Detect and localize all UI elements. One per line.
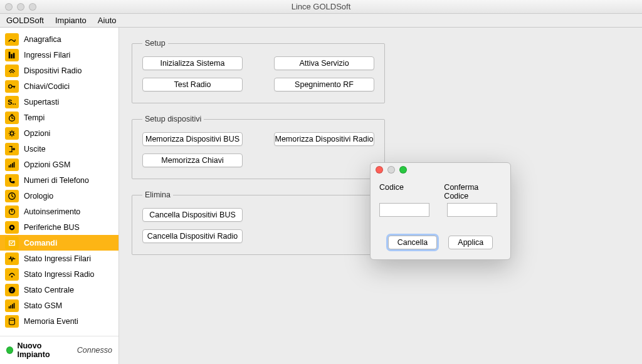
dialog-apply-button[interactable]: Applica [448,236,493,249]
dialog-zoom-icon[interactable] [399,166,407,174]
periferiche-bus-icon [5,221,19,234]
group-setup-dispositivi-legend: Setup dispositivi [142,115,204,123]
svg-point-3 [9,85,12,88]
svg-rect-18 [9,306,10,308]
autoinserimento-icon [5,205,19,218]
sidebar-item-tempi[interactable]: Tempi [0,110,118,125]
sidebar-item-orologio[interactable]: Orologio [0,188,118,204]
sidebar-item-anagrafica[interactable]: Anagrafica [0,31,118,47]
sidebar-item-label: Anagrafica [24,35,61,44]
menu-bar: GOLDSoft Impianto Aiuto [0,14,642,28]
sidebar-item-opzioni-gsm[interactable]: Opzioni GSM [0,157,118,172]
group-elimina: Elimina Cancella Dispositivi BUS Cancell… [132,190,382,255]
sidebar-item-label: Chiavi/Codici [24,82,70,91]
group-elimina-legend: Elimina [142,190,173,199]
sidebar-item-dispositivi-radio[interactable]: Dispositivi Radio [0,63,118,78]
sidebar-item-uscite[interactable]: Uscite [0,141,118,157]
btn-memorizza-chiavi[interactable]: Memorizza Chiavi [142,153,243,167]
code-dialog: Codice Conferma Codice Cancella Applica [370,162,511,260]
sidebar-item-label: Memoria Eventi [24,317,78,326]
sidebar-item-label: Dispositivi Radio [24,66,82,75]
opzioni-gsm-icon [5,159,19,171]
comandi-icon [5,237,19,249]
chiavi-codici-icon [5,80,19,93]
sidebar-item-label: Periferiche BUS [24,223,80,232]
svg-rect-20 [12,304,13,308]
dispositivi-radio-icon [5,65,19,77]
sidebar-item-ingressi-filari[interactable]: Ingressi Filari [0,47,118,63]
svg-point-22 [9,318,15,320]
btn-inizializza-sistema[interactable]: Inizializza Sistema [142,56,243,70]
svg-rect-19 [10,305,11,308]
btn-spegnimento-rf[interactable]: Spegnimento RF [274,78,374,91]
dialog-cancel-button[interactable]: Cancella [388,236,438,249]
sidebar-item-label: Stato Centrale [24,286,74,294]
svg-rect-8 [12,163,13,167]
content-area: Setup Inizializza Sistema Attiva Servizi… [119,28,642,364]
sidebar-footer: Nuovo Impianto Connesso [0,336,118,364]
sidebar-item-stato-ingressi-filari[interactable]: Stato Ingressi Filari [0,251,118,266]
codice-label: Codice [379,183,426,200]
window-minimize-icon[interactable] [17,3,24,11]
stato-ingressi-radio-icon [5,268,19,281]
supertasti-icon: S.. [5,96,19,108]
svg-point-5 [10,132,13,135]
sidebar-item-memoria-eventi[interactable]: Memoria Eventi [0,313,118,329]
connection-status-icon [6,346,13,354]
plant-state: Connesso [77,346,112,355]
sidebar-item-stato-centrale[interactable]: iStato Centrale [0,282,118,298]
window-controls [5,3,36,11]
svg-rect-21 [14,303,15,308]
sidebar-item-label: Ingressi Filari [24,51,70,60]
sidebar-item-label: Stato Ingressi Filari [24,254,91,263]
opzioni-icon [5,127,19,140]
window-title: Lince GOLDSoft [5,2,637,11]
btn-memorizza-dispositivi-bus[interactable]: Memorizza Dispositivi BUS [142,132,243,146]
dialog-titlebar [371,163,510,177]
conferma-codice-input[interactable] [447,203,497,217]
app-titlebar: Lince GOLDSoft [0,0,642,14]
menu-aiuto[interactable]: Aiuto [98,16,117,25]
sidebar-item-label: Tempi [24,113,45,122]
numeri-telefono-icon [5,174,19,187]
window-zoom-icon[interactable] [29,3,36,11]
svg-rect-0 [9,51,11,58]
sidebar-item-label: Opzioni [24,129,50,138]
btn-cancella-dispositivi-radio[interactable]: Cancella Dispositivi Radio [142,229,243,243]
btn-cancella-dispositivi-bus[interactable]: Cancella Dispositivi BUS [142,208,243,222]
sidebar-item-autoinserimento[interactable]: Autoinserimento [0,204,118,219]
sidebar-item-chiavi-codici[interactable]: Chiavi/Codici [0,78,118,94]
svg-rect-1 [11,54,13,58]
codice-input[interactable] [379,203,429,217]
sidebar-item-periferiche-bus[interactable]: Periferiche BUS [0,219,118,235]
stato-centrale-icon: i [5,284,19,296]
dialog-close-icon[interactable] [376,166,383,174]
menu-goldsoft[interactable]: GOLDSoft [6,16,44,25]
sidebar-item-stato-ingressi-radio[interactable]: Stato Ingressi Radio [0,266,118,282]
sidebar-item-opzioni[interactable]: Opzioni [0,125,118,141]
svg-point-15 [11,276,13,278]
sidebar-item-supertasti[interactable]: S..Supertasti [0,94,118,110]
anagrafica-icon [5,33,19,46]
sidebar-item-label: Stato Ingressi Radio [24,270,95,279]
sidebar-item-stato-gsm[interactable]: Stato GSM [0,298,118,313]
memoria-eventi-icon [5,315,19,328]
svg-rect-7 [10,164,11,167]
btn-memorizza-dispositivi-radio[interactable]: Memorizza Dispositivi Radio [274,132,374,146]
btn-attiva-servizio[interactable]: Attiva Servizio [274,56,374,70]
svg-rect-6 [9,165,10,167]
btn-test-radio[interactable]: Test Radio [142,78,243,91]
svg-rect-2 [13,53,15,58]
ingressi-filari-icon [5,49,19,61]
sidebar-item-comandi[interactable]: Comandi [0,235,118,251]
stato-ingressi-filari-icon [5,252,19,265]
sidebar-item-label: Opzioni GSM [24,160,70,169]
sidebar-item-numeri-telefono[interactable]: Numeri di Telefono [0,172,118,188]
window-close-icon[interactable] [5,3,13,11]
menu-impianto[interactable]: Impianto [55,16,87,25]
sidebar-item-label: Autoinserimento [24,207,80,216]
uscite-icon [5,143,19,155]
sidebar-item-label: Orologio [24,192,53,200]
svg-point-13 [11,226,13,229]
sidebar-item-label: Comandi [24,239,57,247]
